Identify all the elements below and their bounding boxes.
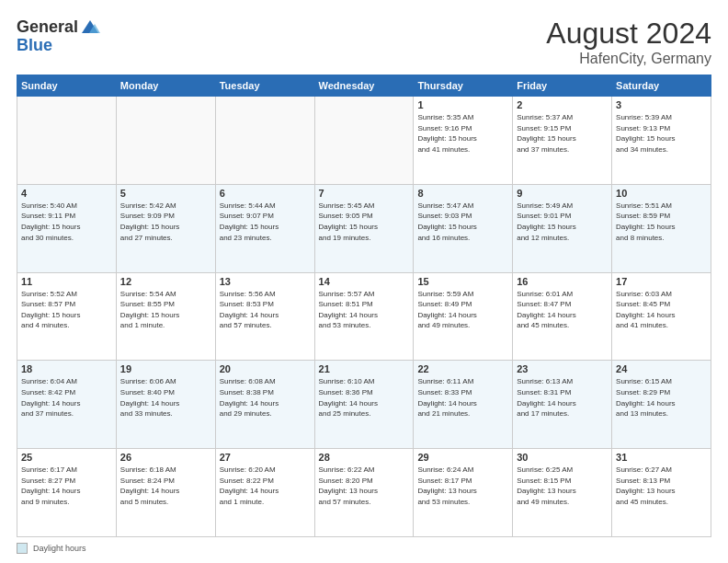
day-info: Sunrise: 5:37 AM Sunset: 9:15 PM Dayligh…: [517, 112, 608, 155]
day-number: 8: [417, 188, 508, 199]
table-row: 11Sunrise: 5:52 AM Sunset: 8:57 PM Dayli…: [17, 272, 117, 361]
table-row: 30Sunrise: 6:25 AM Sunset: 8:15 PM Dayli…: [513, 449, 612, 537]
table-row: 14Sunrise: 5:57 AM Sunset: 8:51 PM Dayli…: [314, 272, 414, 361]
day-number: 25: [21, 452, 112, 463]
day-info: Sunrise: 5:44 AM Sunset: 9:07 PM Dayligh…: [220, 201, 311, 243]
day-info: Sunrise: 5:57 AM Sunset: 8:51 PM Dayligh…: [319, 289, 410, 331]
day-info: Sunrise: 6:15 AM Sunset: 8:29 PM Dayligh…: [616, 376, 707, 419]
day-number: 31: [616, 452, 707, 463]
table-row: 13Sunrise: 5:56 AM Sunset: 8:53 PM Dayli…: [215, 272, 314, 361]
table-row: [314, 97, 414, 185]
col-tuesday: Tuesday: [215, 75, 314, 97]
logo-blue: Blue: [17, 37, 52, 53]
calendar-week-row: 11Sunrise: 5:52 AM Sunset: 8:57 PM Dayli…: [17, 272, 711, 361]
page: General Blue August 2024 HafenCity, Germ…: [0, 0, 728, 563]
calendar-week-row: 25Sunrise: 6:17 AM Sunset: 8:27 PM Dayli…: [17, 449, 711, 537]
day-info: Sunrise: 6:25 AM Sunset: 8:15 PM Dayligh…: [517, 465, 608, 507]
day-info: Sunrise: 6:04 AM Sunset: 8:42 PM Dayligh…: [21, 376, 112, 419]
day-number: 10: [616, 188, 707, 199]
day-number: 30: [517, 452, 608, 463]
day-info: Sunrise: 5:39 AM Sunset: 9:13 PM Dayligh…: [616, 112, 707, 155]
day-info: Sunrise: 5:42 AM Sunset: 9:09 PM Dayligh…: [120, 201, 211, 243]
day-number: 28: [319, 452, 410, 463]
day-info: Sunrise: 6:18 AM Sunset: 8:24 PM Dayligh…: [120, 465, 211, 507]
day-info: Sunrise: 6:01 AM Sunset: 8:47 PM Dayligh…: [517, 289, 608, 331]
table-row: 29Sunrise: 6:24 AM Sunset: 8:17 PM Dayli…: [414, 449, 513, 537]
table-row: 3Sunrise: 5:39 AM Sunset: 9:13 PM Daylig…: [612, 97, 711, 185]
day-number: 21: [319, 363, 410, 374]
day-number: 29: [417, 452, 508, 463]
legend-box: [17, 543, 28, 554]
table-row: [17, 97, 117, 185]
day-number: 14: [319, 276, 410, 287]
title-location: HafenCity, Germany: [546, 51, 711, 67]
footer: Daylight hours: [17, 543, 711, 554]
table-row: [215, 97, 314, 185]
table-row: 23Sunrise: 6:13 AM Sunset: 8:31 PM Dayli…: [513, 361, 612, 449]
table-row: 24Sunrise: 6:15 AM Sunset: 8:29 PM Dayli…: [612, 361, 711, 449]
header-row: Sunday Monday Tuesday Wednesday Thursday…: [17, 75, 711, 97]
logo-general: General: [17, 18, 78, 35]
day-number: 20: [220, 363, 311, 374]
day-number: 5: [120, 188, 211, 199]
col-sunday: Sunday: [17, 75, 117, 97]
table-row: 18Sunrise: 6:04 AM Sunset: 8:42 PM Dayli…: [17, 361, 117, 449]
day-info: Sunrise: 6:20 AM Sunset: 8:22 PM Dayligh…: [220, 465, 311, 507]
day-number: 19: [120, 363, 211, 374]
day-number: 4: [21, 188, 112, 199]
table-row: 21Sunrise: 6:10 AM Sunset: 8:36 PM Dayli…: [314, 361, 414, 449]
day-number: 13: [220, 276, 311, 287]
day-info: Sunrise: 5:40 AM Sunset: 9:11 PM Dayligh…: [21, 201, 112, 243]
table-row: [116, 97, 215, 185]
day-number: 22: [417, 363, 508, 374]
day-info: Sunrise: 6:11 AM Sunset: 8:33 PM Dayligh…: [417, 376, 508, 419]
legend-label: Daylight hours: [33, 544, 86, 553]
table-row: 26Sunrise: 6:18 AM Sunset: 8:24 PM Dayli…: [116, 449, 215, 537]
table-row: 28Sunrise: 6:22 AM Sunset: 8:20 PM Dayli…: [314, 449, 414, 537]
day-number: 11: [21, 276, 112, 287]
table-row: 8Sunrise: 5:47 AM Sunset: 9:03 PM Daylig…: [414, 184, 513, 272]
col-monday: Monday: [116, 75, 215, 97]
col-saturday: Saturday: [612, 75, 711, 97]
day-number: 17: [616, 276, 707, 287]
day-info: Sunrise: 5:59 AM Sunset: 8:49 PM Dayligh…: [417, 289, 508, 331]
table-row: 19Sunrise: 6:06 AM Sunset: 8:40 PM Dayli…: [116, 361, 215, 449]
day-info: Sunrise: 5:52 AM Sunset: 8:57 PM Dayligh…: [21, 289, 112, 331]
day-number: 2: [517, 99, 608, 110]
table-row: 2Sunrise: 5:37 AM Sunset: 9:15 PM Daylig…: [513, 97, 612, 185]
day-info: Sunrise: 6:06 AM Sunset: 8:40 PM Dayligh…: [120, 376, 211, 419]
logo: General Blue: [17, 17, 100, 53]
table-row: 9Sunrise: 5:49 AM Sunset: 9:01 PM Daylig…: [513, 184, 612, 272]
table-row: 22Sunrise: 6:11 AM Sunset: 8:33 PM Dayli…: [414, 361, 513, 449]
col-wednesday: Wednesday: [314, 75, 414, 97]
day-number: 18: [21, 363, 112, 374]
table-row: 10Sunrise: 5:51 AM Sunset: 8:59 PM Dayli…: [612, 184, 711, 272]
col-friday: Friday: [513, 75, 612, 97]
title-block: August 2024 HafenCity, Germany: [546, 17, 711, 67]
header: General Blue August 2024 HafenCity, Germ…: [17, 17, 711, 67]
table-row: 20Sunrise: 6:08 AM Sunset: 8:38 PM Dayli…: [215, 361, 314, 449]
table-row: 6Sunrise: 5:44 AM Sunset: 9:07 PM Daylig…: [215, 184, 314, 272]
day-number: 9: [517, 188, 608, 199]
day-info: Sunrise: 6:08 AM Sunset: 8:38 PM Dayligh…: [220, 376, 311, 419]
table-row: 1Sunrise: 5:35 AM Sunset: 9:16 PM Daylig…: [414, 97, 513, 185]
table-row: 5Sunrise: 5:42 AM Sunset: 9:09 PM Daylig…: [116, 184, 215, 272]
calendar-week-row: 4Sunrise: 5:40 AM Sunset: 9:11 PM Daylig…: [17, 184, 711, 272]
day-info: Sunrise: 5:49 AM Sunset: 9:01 PM Dayligh…: [517, 201, 608, 243]
day-number: 7: [319, 188, 410, 199]
day-number: 1: [417, 99, 508, 110]
table-row: 15Sunrise: 5:59 AM Sunset: 8:49 PM Dayli…: [414, 272, 513, 361]
day-info: Sunrise: 6:03 AM Sunset: 8:45 PM Dayligh…: [616, 289, 707, 331]
day-info: Sunrise: 5:51 AM Sunset: 8:59 PM Dayligh…: [616, 201, 707, 243]
title-month: August 2024: [546, 17, 711, 51]
col-thursday: Thursday: [414, 75, 513, 97]
day-number: 3: [616, 99, 707, 110]
calendar-table: Sunday Monday Tuesday Wednesday Thursday…: [17, 75, 711, 537]
day-info: Sunrise: 6:10 AM Sunset: 8:36 PM Dayligh…: [319, 376, 410, 419]
table-row: 31Sunrise: 6:27 AM Sunset: 8:13 PM Dayli…: [612, 449, 711, 537]
day-info: Sunrise: 5:45 AM Sunset: 9:05 PM Dayligh…: [319, 201, 410, 243]
table-row: 17Sunrise: 6:03 AM Sunset: 8:45 PM Dayli…: [612, 272, 711, 361]
table-row: 16Sunrise: 6:01 AM Sunset: 8:47 PM Dayli…: [513, 272, 612, 361]
table-row: 7Sunrise: 5:45 AM Sunset: 9:05 PM Daylig…: [314, 184, 414, 272]
day-info: Sunrise: 5:47 AM Sunset: 9:03 PM Dayligh…: [417, 201, 508, 243]
